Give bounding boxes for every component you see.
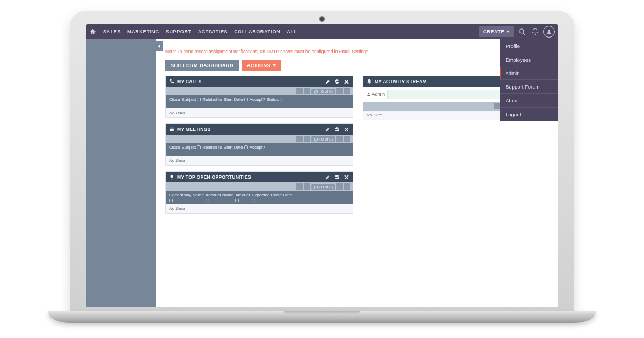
- phone-icon: [169, 79, 174, 84]
- search-icon[interactable]: [517, 27, 527, 36]
- pager-text: (0 - 0 of 0): [311, 184, 335, 190]
- dashlet-title: MY MEETINGS: [177, 127, 211, 132]
- note-prefix: Note: To send record assignment notifica…: [165, 49, 339, 54]
- no-data: No Data: [166, 204, 353, 213]
- col-accept[interactable]: Accept?: [250, 145, 265, 150]
- col-amount[interactable]: Amount: [235, 193, 250, 202]
- calendar-icon: [169, 127, 174, 132]
- col-account[interactable]: Account Name: [206, 193, 233, 202]
- column-headers: Opportunity Name Account Name Amount Exp…: [166, 191, 353, 204]
- pager-last[interactable]: [344, 136, 350, 142]
- user-avatar[interactable]: [543, 26, 555, 38]
- pager-first[interactable]: [296, 183, 303, 190]
- pager-next[interactable]: [336, 183, 343, 190]
- chevron-down-icon: [273, 64, 276, 67]
- refresh-icon[interactable]: [334, 126, 340, 133]
- refresh-icon[interactable]: [334, 174, 340, 180]
- pager-first[interactable]: [296, 88, 303, 94]
- create-button[interactable]: CREATE: [479, 26, 514, 37]
- pager-first[interactable]: [296, 136, 303, 142]
- edit-icon[interactable]: [325, 174, 331, 180]
- pager-first[interactable]: [494, 103, 500, 109]
- col-close[interactable]: Close: [169, 97, 180, 102]
- no-data: No Data: [166, 156, 353, 165]
- pager-prev[interactable]: [304, 136, 310, 142]
- nav-activities[interactable]: ACTIVITIES: [198, 29, 228, 34]
- home-icon[interactable]: [89, 28, 97, 35]
- svg-point-0: [548, 30, 550, 32]
- pager: (0 - 0 of 0): [166, 135, 353, 143]
- dashlet-top-opportunities: MY TOP OPEN OPPORTUNITIES (0 - 0 of 0): [165, 171, 353, 214]
- col-close[interactable]: Close: [169, 145, 180, 150]
- menu-profile[interactable]: Profile: [500, 39, 558, 53]
- nav-sales[interactable]: SALES: [103, 29, 121, 34]
- column-headers: Close Subject Related to Start Date Acce…: [166, 95, 353, 108]
- pager-prev[interactable]: [304, 88, 310, 94]
- col-closedate[interactable]: Expected Close Date: [252, 193, 292, 202]
- nav-all[interactable]: ALL: [287, 29, 297, 34]
- menu-logout[interactable]: Logout: [500, 107, 558, 121]
- user-dropdown: Profile Employees Admin Support Forum Ab…: [500, 39, 558, 121]
- dashlet-my-calls: MY CALLS (0 - 0 of 0): [165, 76, 353, 118]
- note-suffix: .: [368, 49, 369, 54]
- pager: (0 - 0 of 0): [166, 182, 353, 191]
- col-start[interactable]: Start Date: [224, 97, 248, 102]
- col-start[interactable]: Start Date: [224, 145, 248, 150]
- bell-icon: [367, 79, 372, 84]
- close-icon[interactable]: [343, 126, 349, 133]
- menu-employees[interactable]: Employees: [500, 53, 558, 67]
- col-subject[interactable]: Subject: [181, 145, 201, 150]
- col-subject[interactable]: Subject: [181, 97, 201, 102]
- tab-dashboard[interactable]: SUITECRM DASHBOARD: [165, 60, 239, 71]
- column-headers: Close Subject Related to Start Date Acce…: [166, 143, 353, 156]
- top-nav: SALES MARKETING SUPPORT ACTIVITIES COLLA…: [86, 24, 558, 39]
- smtp-note: Note: To send record assignment notifica…: [165, 49, 551, 54]
- nav-marketing[interactable]: MARKETING: [127, 29, 159, 34]
- nav-support[interactable]: SUPPORT: [166, 29, 192, 34]
- close-icon[interactable]: [343, 174, 349, 180]
- pager-prev[interactable]: [304, 183, 310, 190]
- menu-support-forum[interactable]: Support Forum: [500, 79, 558, 93]
- actions-label: ACTIONS: [247, 63, 270, 68]
- chevron-down-icon: [507, 31, 510, 33]
- edit-icon[interactable]: [325, 78, 331, 85]
- col-related[interactable]: Related to: [202, 145, 222, 150]
- dashlet-my-meetings: MY MEETINGS (0 - 0 of 0): [165, 123, 353, 166]
- bell-icon[interactable]: [530, 27, 540, 36]
- bulb-icon: [169, 174, 174, 180]
- col-status[interactable]: Status: [267, 97, 284, 102]
- pager-next[interactable]: [336, 88, 343, 94]
- pager: (0 - 0 of 0): [166, 87, 353, 95]
- close-icon[interactable]: [343, 78, 349, 85]
- create-label: CREATE: [483, 29, 504, 34]
- pager-next[interactable]: [336, 136, 343, 142]
- pager-last[interactable]: [344, 88, 350, 94]
- pager-text: (0 - 0 of 0): [311, 136, 335, 142]
- refresh-icon[interactable]: [334, 78, 340, 85]
- current-user: Admin: [367, 92, 385, 97]
- nav-collaboration[interactable]: COLLABORATION: [234, 29, 280, 34]
- svg-point-3: [368, 93, 370, 94]
- sidebar: [86, 39, 156, 307]
- pager-last[interactable]: [344, 183, 350, 190]
- sidebar-collapse[interactable]: [156, 41, 163, 51]
- col-accept[interactable]: Accept?: [250, 97, 265, 102]
- no-data: No Data: [166, 108, 353, 117]
- dashlet-title: MY ACTIVITY STREAM: [375, 79, 427, 84]
- pager-text: (0 - 0 of 0): [311, 89, 335, 94]
- col-related[interactable]: Related to: [202, 97, 222, 102]
- col-oppname[interactable]: Opportunity Name: [169, 193, 204, 202]
- laptop-base: [48, 311, 596, 323]
- menu-admin[interactable]: Admin: [500, 67, 558, 79]
- menu-about[interactable]: About: [500, 93, 558, 107]
- content-area: Note: To send record assignment notifica…: [156, 39, 558, 307]
- app-screen: SALES MARKETING SUPPORT ACTIVITIES COLLA…: [86, 24, 558, 307]
- email-settings-link[interactable]: Email Settings: [339, 49, 368, 54]
- svg-rect-2: [170, 128, 174, 129]
- dashlet-title: MY TOP OPEN OPPORTUNITIES: [177, 174, 251, 180]
- actions-dropdown[interactable]: ACTIONS: [242, 60, 281, 71]
- edit-icon[interactable]: [325, 126, 331, 133]
- dashlet-title: MY CALLS: [177, 79, 202, 84]
